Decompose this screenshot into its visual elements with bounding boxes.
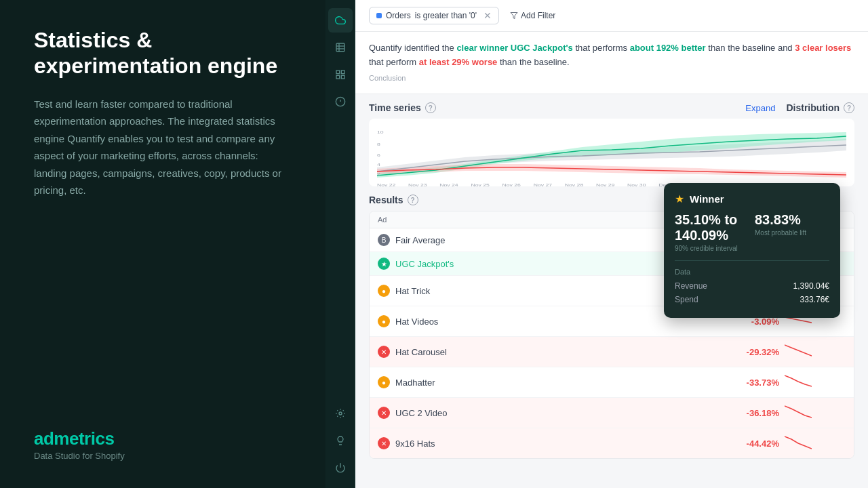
- winner-ci-label: 90% credible interval: [675, 245, 749, 252]
- sidebar-icon-settings[interactable]: [328, 401, 353, 426]
- ad-icon-neutral: ●: [378, 315, 390, 327]
- sidebar-bottom: [328, 401, 353, 480]
- ad-label: Fair Average: [395, 235, 445, 245]
- ad-label: Hat Carousel: [395, 347, 447, 357]
- ad-sparkline-madhatter: [785, 373, 846, 392]
- svg-text:Nov 30: Nov 30: [627, 183, 646, 187]
- filter-tag-orders[interactable]: Orders is greater than '0' ✕: [369, 7, 499, 24]
- summary-mid1: that performs: [575, 43, 627, 53]
- table-row[interactable]: ✕ Hat Carousel -29.32%: [370, 337, 854, 367]
- expand-button[interactable]: Expand: [745, 103, 775, 113]
- ad-icon-winner: ★: [378, 258, 390, 270]
- ad-label: UGC 2 Video: [395, 408, 447, 418]
- sidebar-icon-table[interactable]: [328, 35, 353, 60]
- sidebar-icon-cloud[interactable]: [328, 8, 353, 33]
- ad-icon-loser: ✕: [378, 437, 390, 449]
- svg-marker-12: [511, 13, 517, 19]
- table-row[interactable]: ✕ 9x16 Hats -44.42%: [370, 428, 854, 458]
- ad-name-hat-trick: ● Hat Trick: [378, 285, 554, 297]
- logo-subtitle: Data Studio for Shopify: [34, 451, 292, 461]
- add-filter-button[interactable]: Add Filter: [505, 8, 561, 23]
- svg-text:Nov 23: Nov 23: [408, 183, 427, 187]
- svg-rect-5: [341, 70, 344, 74]
- ad-label: Madhatter: [395, 378, 435, 388]
- svg-text:Nov 22: Nov 22: [377, 183, 395, 187]
- ad-sparkline-9x16hats: [785, 434, 846, 453]
- winner-lift-value: 83.83%: [755, 212, 829, 228]
- winner-stat-ci: 35.10% to 140.09% 90% credible interval: [675, 212, 749, 252]
- ad-icon-neutral: ●: [378, 376, 390, 388]
- logo-text: admetrics: [34, 428, 292, 449]
- summary-losers: 3 clear losers: [795, 43, 851, 53]
- winner-data-row-spend: Spend 333.76€: [675, 295, 829, 304]
- svg-text:Nov 29: Nov 29: [596, 183, 614, 187]
- filter-bar: Orders is greater than '0' ✕ Add Filter: [355, 0, 868, 32]
- time-series-label: Time series: [369, 102, 421, 113]
- svg-marker-15: [377, 164, 846, 178]
- ad-label: UGC Jackpot's: [395, 259, 454, 269]
- svg-text:Nov 27: Nov 27: [534, 183, 552, 187]
- ad-name-hat-carousel: ✕ Hat Carousel: [378, 346, 554, 358]
- svg-rect-0: [336, 43, 344, 52]
- distribution-label: Distribution ?: [786, 102, 854, 113]
- svg-text:Nov 25: Nov 25: [471, 183, 489, 187]
- filter-dot: [376, 13, 382, 18]
- summary-text: Quantify identified the clear winner UGC…: [369, 41, 854, 70]
- ad-label: 9x16 Hats: [395, 439, 435, 449]
- winner-data-row-revenue: Revenue 1,390.04€: [675, 281, 829, 291]
- ad-name-ugc2video: ✕ UGC 2 Video: [378, 407, 554, 419]
- results-info-icon[interactable]: ?: [408, 195, 418, 205]
- time-series-info-icon[interactable]: ?: [425, 102, 436, 113]
- distribution-info-icon[interactable]: ?: [844, 102, 854, 113]
- svg-text:Nov 24: Nov 24: [439, 183, 458, 187]
- winner-data-title: Data: [675, 268, 829, 276]
- ad-icon-baseline: B: [378, 234, 390, 246]
- winner-revenue-key: Revenue: [675, 281, 707, 291]
- sidebar-icon-bulb[interactable]: [328, 428, 353, 453]
- main-content: Orders is greater than '0' ✕ Add Filter …: [355, 0, 868, 488]
- page-title: Statistics & experimentation engine: [34, 27, 292, 79]
- ad-icon-loser: ✕: [378, 407, 390, 419]
- filter-condition: is greater than '0': [415, 11, 477, 20]
- svg-text:10: 10: [377, 130, 384, 135]
- page-description: Test and learn faster compared to tradit…: [34, 96, 292, 199]
- ad-label: Hat Trick: [395, 286, 430, 296]
- winner-lift-label: Most probable lift: [755, 229, 829, 237]
- ad-name-madhatter: ● Madhatter: [378, 376, 554, 388]
- summary-worse: at least 29% worse: [419, 57, 498, 67]
- winner-ci-value: 35.10% to 140.09%: [675, 212, 749, 243]
- charts-section: Time series ? Expand Distribution ?: [355, 94, 868, 186]
- ad-lift-9x16hats: -44.42%: [730, 439, 785, 449]
- svg-text:8: 8: [377, 142, 380, 147]
- ad-lift-ugc2video: -36.18%: [730, 408, 785, 418]
- ad-name-ugc-jackpots: ★ UGC Jackpot's: [378, 258, 554, 270]
- svg-text:Nov 28: Nov 28: [565, 183, 583, 187]
- ad-icon-neutral: ●: [378, 285, 390, 297]
- col-ad: Ad: [378, 216, 554, 224]
- left-content: Statistics & experimentation engine Test…: [34, 27, 292, 199]
- svg-rect-6: [341, 75, 344, 79]
- sidebar-icon-stats[interactable]: [328, 89, 353, 114]
- ad-name-hat-videos: ● Hat Videos: [378, 315, 554, 327]
- svg-rect-4: [336, 70, 340, 74]
- ad-sparkline-hat-carousel: [785, 342, 846, 361]
- filter-label: Orders: [386, 11, 411, 20]
- sidebar-icon-grid[interactable]: [328, 62, 353, 87]
- table-row[interactable]: ✕ UGC 2 Video -36.18%: [370, 398, 854, 428]
- svg-text:Nov 26: Nov 26: [502, 183, 521, 187]
- sidebar: [326, 0, 355, 488]
- summary-mid3: that perform: [369, 57, 416, 67]
- summary-section: Quantify identified the clear winner UGC…: [355, 32, 868, 94]
- sidebar-icon-power[interactable]: [328, 455, 353, 480]
- svg-text:4: 4: [377, 163, 380, 167]
- winner-star-icon: ★: [675, 192, 684, 205]
- summary-winner: clear winner UGC Jackpot's: [456, 43, 572, 53]
- filter-remove-btn[interactable]: ✕: [484, 10, 492, 21]
- ad-lift-madhatter: -33.73%: [730, 378, 785, 388]
- winner-stats: 35.10% to 140.09% 90% credible interval …: [675, 212, 829, 252]
- charts-header-right: Expand Distribution ?: [745, 102, 854, 113]
- table-row[interactable]: ● Madhatter -33.73%: [370, 367, 854, 398]
- winner-stat-lift: 83.83% Most probable lift: [755, 212, 829, 252]
- winner-popup-header: ★ Winner: [675, 192, 829, 205]
- conclusion-label: Conclusion: [369, 73, 854, 85]
